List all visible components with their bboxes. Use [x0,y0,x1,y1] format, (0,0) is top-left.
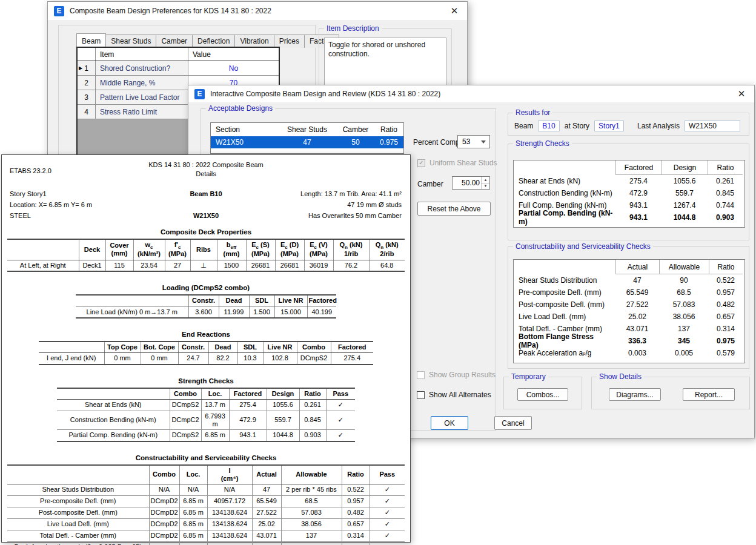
cell: 27.522 [252,507,281,518]
cell: 0.903 [299,430,326,441]
table-row: At Left, at RightDeck1 11523.54 27⊥ 1500… [7,260,405,271]
cell: 6.85 m [179,530,207,541]
info-row: Story Story1 Beam B10 Length: 13.7 m Tri… [2,188,410,199]
actual-value: 0.003 [615,349,659,357]
report-button[interactable]: Report... [683,388,735,401]
cell: 26681 [246,260,275,271]
preferences-tab[interactable]: Vibration [234,35,274,48]
header-cell: Cover(mm) [105,239,133,260]
story-value-field[interactable]: Story1 [594,121,624,131]
header-cell [514,160,615,175]
close-icon[interactable]: ✕ [732,88,751,99]
camber-value: 50.00 [453,177,481,189]
header-cell: Combo [149,465,179,484]
grid-row-number: ▶1 [78,61,96,75]
cell: 65.549 [252,495,281,507]
header-cell: SDL [237,342,263,353]
cell: 0.579 [342,541,370,545]
cell: Peak Acceleration ap /g (β = 0.025 Po = … [7,541,149,545]
check-row: Pre-composite Defl. (mm) 65.549 68.5 0.9… [514,286,744,299]
header-cell [514,260,615,274]
results-for-group: Results for Beam B10 at Story Story1 Las… [508,113,749,136]
interactive-titlebar[interactable]: E Interactive Composite Beam Design and … [188,85,754,102]
pass-check-icon: ✓ [370,507,405,518]
cell: Total Defl. - Camber (mm) [7,530,149,541]
percent-comp-label: Percent Comp. [413,138,462,147]
cell: 0.314 [342,530,370,541]
report-title: KDS 14 31 80 : 2022 Composite Beam Detai… [105,160,307,179]
grid-row[interactable]: ▶1 Shored Construction? No [78,61,279,76]
close-icon[interactable]: ✕ [445,5,463,16]
show-all-alternates-checkbox[interactable]: Show All Alternates [417,391,491,399]
header-cell: Shear Studs [277,125,337,134]
info-right: Has Overwrites 50 mm Camber [274,212,410,219]
preferences-tab[interactable]: Camber [156,35,193,48]
check-name: Live Load Defl. (mm) [514,312,615,321]
header-cell: Section [211,125,277,134]
pass-check-icon: ✓ [370,518,405,530]
allowable-value: 0.005 [659,349,709,357]
camber-cell: 50 [337,138,374,147]
check-name: Pre-composite Defl. (mm) [514,288,615,297]
spinner-down-icon[interactable]: ▼ [482,183,489,190]
ratio-cell: 0.975 [374,138,403,147]
beam-value-field[interactable]: B10 [538,121,559,131]
cell: 559.7 [267,411,299,429]
grid-header-item: Item [96,48,188,61]
serviceability-checks-group: Constructability and Serviceability Chec… [508,246,749,369]
header-cell: Dead [219,295,249,306]
cancel-button[interactable]: Cancel [494,416,532,430]
dialog-title: Interactive Composite Beam Design and Re… [210,90,440,98]
design-value: 1044.8 [662,213,708,222]
cell: 176668.696 [207,541,252,545]
header-cell: Factored [307,295,336,306]
checkbox-label: Show All Alternates [429,391,491,399]
camber-stepper[interactable]: 50.00 ▲ ▼ [452,176,490,190]
beam-details-report-window: ETABS 23.2.0 KDS 14 31 80 : 2022 Composi… [1,154,411,543]
preferences-tab-strip: BeamShear StudsCamberDeflectionVibration… [76,33,339,48]
cell: 137 [281,530,342,541]
info-right: Length: 13.7 m Trib. Area: 41.1 m² [274,190,410,197]
cell: 76.2 [333,260,369,271]
cell: 36019 [304,260,333,271]
preferences-tab[interactable]: Shear Studs [105,35,156,48]
cell: Live Load Defl. (mm) [7,518,149,530]
cell: 0.003 [252,541,281,545]
table-header-row: ComboLoc.I(cm⁴)ActualAllowableRatioPass [7,465,405,484]
cell: ⊥ [190,260,217,271]
last-analysis-label: Last Analysis [637,122,680,130]
group-label: Results for [513,108,552,117]
cell: 40957.172 [207,495,252,507]
header-cell: Combo [170,388,201,400]
cell: 15.000 [274,306,307,318]
uniform-shear-studs-checkbox[interactable]: ✓ Uniform Shear Studs [417,159,497,167]
preferences-tab[interactable]: Deflection [192,35,235,48]
reset-the-above-button[interactable]: Reset the Above [417,202,491,216]
beam-info-block: Story Story1 Beam B10 Length: 13.7 m Tri… [2,188,410,221]
ratio-value: 0.314 [709,325,743,333]
table-header-row: Section Shear Studs Camber Ratio [211,123,403,136]
grid-value-cell[interactable]: No [188,61,279,75]
pass-check-icon: ✓ [370,541,405,545]
cell: Post-composite Defl. (mm) [7,507,149,518]
preferences-tab[interactable]: Prices [274,35,305,48]
preferences-tab[interactable]: Beam [76,33,106,48]
cell: Shear Studs Distribution [7,484,149,495]
spinner-up-icon[interactable]: ▲ [482,177,489,183]
header-cell: Live NR [263,342,297,353]
selected-design-row[interactable]: W21X50 47 50 0.975 [211,136,403,148]
percent-comp-dropdown[interactable]: 53 [457,135,490,148]
cell: 6.7993 m [201,411,229,429]
checkbox-unchecked-icon [417,371,425,379]
header-cell: Ribs [190,239,217,260]
grid-item-cell: Middle Range, % [96,76,188,90]
cell: DCmpS2 [170,430,201,441]
cell: N/A [179,484,207,495]
header-cell: Bot. Cope [141,342,178,353]
diagrams-button[interactable]: Diagrams... [609,388,661,401]
preferences-titlebar[interactable]: E Composite Beam Design Preferences for … [48,2,467,20]
cell: 6.85 m [179,518,207,530]
ok-button[interactable]: OK [431,416,468,430]
combos-button[interactable]: Combos... [517,388,568,401]
cell: 0.957 [342,495,370,507]
